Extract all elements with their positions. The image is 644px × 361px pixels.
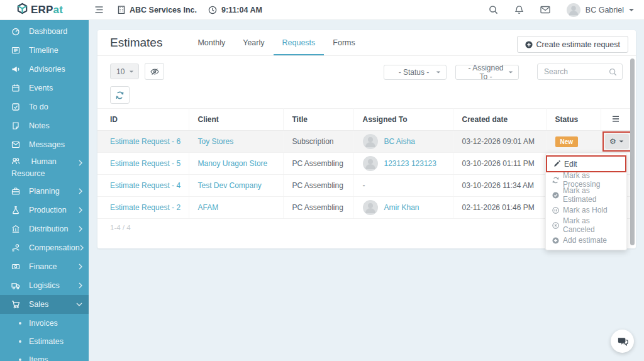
flask-icon: [11, 206, 21, 214]
sidebar-item-messages[interactable]: Messages: [0, 135, 89, 154]
chevron-down-icon: [130, 70, 133, 72]
chevron-right-icon: [79, 207, 82, 213]
search-box: [537, 64, 623, 80]
sidebar-item-events[interactable]: Events: [0, 79, 89, 97]
tab-yearly[interactable]: Yearly: [234, 30, 273, 55]
estimate-request-link[interactable]: Estimate Request - 2: [110, 203, 180, 212]
check-square-icon: [11, 103, 21, 111]
client-link[interactable]: Manoy Uragon Store: [198, 159, 268, 168]
status-badge: New: [555, 136, 579, 147]
col-id[interactable]: ID: [97, 109, 189, 131]
plus-circle-icon: [525, 41, 533, 48]
sidebar-item-dashboard[interactable]: Dashboard: [0, 22, 89, 41]
menu-item-mark-as-processing[interactable]: Mark as Processing: [546, 172, 626, 187]
table-menu-icon[interactable]: [601, 109, 631, 131]
sidebar-item-estimates[interactable]: Estimates: [0, 332, 89, 350]
create-estimate-request-button[interactable]: Create estimate request: [517, 36, 628, 53]
row-actions-button[interactable]: ⚙: [605, 134, 629, 149]
search-icon[interactable]: [489, 5, 498, 14]
money-icon: [11, 262, 21, 271]
sidebar-item-notes[interactable]: Notes: [0, 116, 89, 135]
notifications-bell-icon[interactable]: [514, 5, 524, 14]
client-link[interactable]: AFAM: [198, 203, 219, 212]
sidebar-item-finance[interactable]: Finance: [0, 257, 89, 276]
estimate-request-link[interactable]: Estimate Request - 5: [110, 159, 180, 168]
sidebar-item-production[interactable]: Production: [0, 201, 89, 219]
bank-icon: [11, 225, 21, 233]
sidebar-item-items[interactable]: Items: [0, 350, 89, 361]
main-content: Estimates Monthly Yearly Requests Forms …: [89, 20, 644, 361]
pause-circle-icon: [552, 207, 559, 214]
company-selector[interactable]: ABC Services Inc.: [118, 6, 197, 14]
briefcase-icon: [11, 187, 21, 196]
user-name: BC Gabriel: [586, 6, 624, 14]
sidebar-toggle-icon[interactable]: [94, 6, 104, 14]
sidebar-item-logistics[interactable]: Logistics: [0, 276, 89, 295]
col-created-date[interactable]: Created date: [453, 109, 546, 131]
tab-requests[interactable]: Requests: [274, 30, 325, 55]
col-client[interactable]: Client: [189, 109, 283, 131]
chevron-down-icon: [619, 140, 623, 142]
card-scrollbar[interactable]: [630, 58, 635, 245]
truck-icon: [11, 281, 21, 290]
tab-monthly[interactable]: Monthly: [189, 30, 234, 55]
col-title[interactable]: Title: [283, 109, 353, 131]
estimate-request-link[interactable]: Estimate Request - 6: [110, 137, 180, 146]
assignee-link[interactable]: Amir Khan: [384, 203, 419, 212]
chevron-down-icon: [436, 71, 440, 73]
chevron-down-icon: [509, 71, 513, 73]
sidebar: Dashboard Timeline Advisories Events To …: [0, 20, 89, 361]
sidebar-item-advisories[interactable]: Advisories: [0, 60, 89, 79]
search-input[interactable]: [544, 67, 609, 76]
page-size-select[interactable]: 10: [110, 64, 139, 79]
menu-item-edit[interactable]: Edit: [546, 155, 626, 172]
plus-circle-icon: [552, 237, 559, 244]
menu-item-add-estimate[interactable]: Add estimate: [546, 233, 626, 248]
chevron-right-icon: [80, 245, 84, 251]
sidebar-item-invoices[interactable]: Invoices: [0, 314, 89, 332]
menu-item-mark-as-canceled[interactable]: Mark as Canceled: [546, 218, 626, 233]
menu-item-mark-as-estimated[interactable]: Mark as Estimated: [546, 187, 626, 203]
messages-envelope-icon[interactable]: [540, 6, 550, 14]
coins-icon: [11, 243, 21, 252]
sidebar-item-sales[interactable]: Sales: [0, 295, 89, 314]
topbar: ERPat ABC Services Inc. 9:11:04 AM BC Ga…: [0, 0, 644, 20]
col-status[interactable]: Status: [546, 109, 601, 131]
building-icon: [118, 6, 125, 14]
assignee-avatar: [363, 134, 378, 149]
status-filter-select[interactable]: - Status -: [384, 65, 447, 80]
client-link[interactable]: Toy Stores: [198, 137, 234, 146]
assignee-link[interactable]: BC Aisha: [384, 137, 415, 146]
sidebar-item-compensation[interactable]: Compensation: [0, 238, 89, 257]
sidebar-item-human-resource[interactable]: Human Resource: [0, 154, 89, 182]
refresh-icon: [116, 91, 124, 99]
column-visibility-button[interactable]: [145, 63, 164, 80]
chevron-right-icon: [79, 226, 82, 232]
bullhorn-icon: [11, 65, 21, 74]
sidebar-item-distribution[interactable]: Distribution: [0, 219, 89, 238]
client-link[interactable]: Test Dev Company: [198, 181, 262, 190]
estimate-request-link[interactable]: Estimate Request - 4: [110, 181, 180, 190]
chat-button[interactable]: [611, 330, 634, 353]
user-menu[interactable]: BC Gabriel: [567, 3, 634, 17]
sidebar-item-timeline[interactable]: Timeline: [0, 41, 89, 60]
annotation-highlight-box: ⚙: [602, 131, 631, 152]
timeline-icon: [11, 46, 21, 55]
logo-text: ERPat: [31, 4, 63, 16]
pencil-icon: [553, 160, 560, 167]
assigned-to-filter-select[interactable]: - Assigned To -: [455, 65, 519, 80]
app-logo[interactable]: ERPat: [0, 3, 94, 17]
card-header: Estimates Monthly Yearly Requests Forms …: [97, 30, 636, 56]
users-icon: [11, 157, 21, 165]
tab-forms[interactable]: Forms: [324, 30, 364, 55]
chevron-right-icon: [79, 160, 82, 166]
search-icon: [609, 68, 617, 76]
chevron-right-icon: [79, 188, 82, 194]
envelope-icon: [11, 141, 21, 148]
assignee-link[interactable]: 123123 123123: [384, 159, 436, 168]
menu-item-mark-as-hold[interactable]: Mark as Hold: [546, 203, 626, 218]
sidebar-item-todo[interactable]: To do: [0, 97, 89, 116]
refresh-button[interactable]: [110, 86, 130, 104]
sidebar-item-planning[interactable]: Planning: [0, 182, 89, 201]
col-assigned-to[interactable]: Assigned To: [353, 109, 453, 131]
